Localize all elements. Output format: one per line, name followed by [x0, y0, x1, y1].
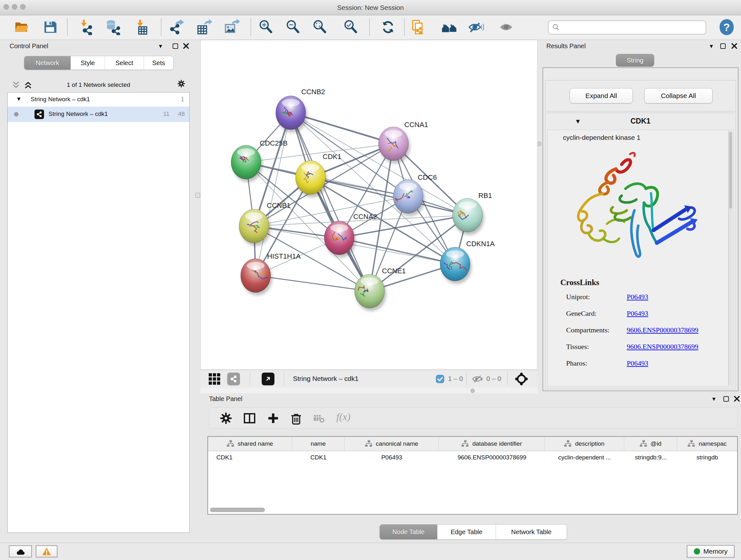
- tab-node-table[interactable]: Node Table: [380, 524, 437, 539]
- tab-network[interactable]: Network: [24, 56, 71, 70]
- panel-float-button[interactable]: ▾: [710, 395, 718, 403]
- warnings-button[interactable]: [36, 545, 57, 557]
- tab-edge-table[interactable]: Edge Table: [437, 524, 495, 539]
- zoom-fit-button[interactable]: [311, 18, 329, 37]
- tab-string[interactable]: String: [616, 54, 654, 67]
- column-header[interactable]: name: [292, 437, 345, 451]
- panel-maximize-button[interactable]: [722, 395, 730, 403]
- network-node-CDC6[interactable]: [393, 179, 425, 216]
- column-header[interactable]: namespac: [677, 437, 737, 451]
- crosslink-link[interactable]: P06493: [627, 293, 648, 301]
- network-node-label: RB1: [478, 192, 492, 199]
- export-image-button[interactable]: [223, 18, 241, 37]
- network-node-CCNA2[interactable]: [324, 221, 356, 258]
- network-node-CCNE1[interactable]: [354, 274, 386, 311]
- close-icon: [734, 396, 740, 401]
- network-node-CDKN1A[interactable]: [440, 247, 472, 284]
- network-edge[interactable]: [291, 113, 369, 291]
- panel-maximize-button[interactable]: [171, 42, 179, 50]
- import-network-file-button[interactable]: [77, 18, 95, 37]
- table-horizontal-scrollbar[interactable]: [210, 508, 265, 512]
- column-header[interactable]: description: [545, 437, 624, 451]
- crosslink-link[interactable]: 9606.ENSP00000378699: [627, 343, 698, 351]
- maximize-icon: [724, 396, 729, 401]
- import-table-button[interactable]: [132, 18, 150, 37]
- tab-style[interactable]: Style: [71, 56, 105, 70]
- network-node-RB1[interactable]: [453, 198, 484, 235]
- crosslink-link[interactable]: P06493: [627, 309, 648, 318]
- zoom-selected-button[interactable]: [341, 18, 360, 37]
- collapse-all-button[interactable]: Collapse All: [644, 88, 713, 104]
- network-collection-row[interactable]: ▼ String Network – cdk1 1: [8, 92, 189, 107]
- help-button[interactable]: ?: [718, 18, 736, 37]
- tab-select[interactable]: Select: [105, 56, 144, 70]
- results-scrollbar-thumb[interactable]: [729, 132, 732, 208]
- export-table-button[interactable]: [195, 18, 213, 37]
- splitter-handle-dot[interactable]: [470, 388, 475, 393]
- search-input[interactable]: [548, 20, 706, 35]
- open-session-button[interactable]: [12, 18, 31, 37]
- panel-float-button[interactable]: ▾: [156, 42, 165, 50]
- panel-close-button[interactable]: [733, 395, 741, 403]
- network-edge[interactable]: [256, 275, 369, 291]
- memory-label: Memory: [703, 548, 728, 555]
- network-canvas[interactable]: CCNB2CCNA1CDC25BCDK1CDC6RB1CCNB1CCNA2CDK…: [200, 40, 537, 370]
- network-node-CCNB1[interactable]: [239, 209, 271, 246]
- network-row-selected[interactable]: String Network – cdk1 11 48: [8, 107, 189, 122]
- column-header[interactable]: canonical name: [345, 437, 439, 451]
- add-column-button[interactable]: [267, 412, 280, 425]
- selected-checkbox[interactable]: [436, 375, 444, 383]
- network-share-toggle-button[interactable]: [227, 373, 240, 385]
- zoom-out-button[interactable]: [284, 18, 302, 37]
- table-row[interactable]: CDK1 CDK1 P06493 9606.ENSP00000378699 cy…: [208, 451, 737, 464]
- show-all-button[interactable]: [497, 18, 516, 37]
- birds-eye-view-button[interactable]: [209, 373, 220, 385]
- network-edge[interactable]: [339, 238, 455, 264]
- hide-selected-button[interactable]: [467, 18, 485, 37]
- network-node-CDC25B[interactable]: [231, 145, 263, 182]
- panel-float-button[interactable]: ▾: [707, 42, 716, 50]
- delete-table-button[interactable]: [313, 413, 325, 423]
- export-network-button[interactable]: [167, 18, 186, 37]
- save-session-button[interactable]: [41, 18, 59, 37]
- tree-expand-icon[interactable]: ▼: [16, 96, 22, 102]
- column-header[interactable]: database identifier: [439, 437, 545, 451]
- function-builder-button[interactable]: f(x): [336, 411, 350, 423]
- crosslink-link[interactable]: 9606.ENSP00000378699: [627, 326, 698, 334]
- duplicate-network-button[interactable]: [409, 18, 428, 37]
- results-scrollbar[interactable]: [728, 131, 733, 385]
- panel-close-button[interactable]: [730, 42, 738, 50]
- panel-close-button[interactable]: [182, 42, 190, 50]
- center-network-button[interactable]: [515, 373, 528, 385]
- toolbar-separator: [67, 18, 68, 36]
- memory-button[interactable]: Memory: [687, 545, 735, 558]
- zoom-in-icon: [258, 19, 274, 35]
- show-columns-button[interactable]: [243, 412, 256, 425]
- import-network-database-button[interactable]: [104, 18, 122, 37]
- zoom-in-button[interactable]: [257, 18, 275, 37]
- network-node-label: CDK1: [323, 152, 341, 161]
- horizontal-splitter[interactable]: [200, 388, 537, 393]
- column-header[interactable]: @id: [624, 437, 677, 451]
- column-header[interactable]: shared name: [208, 437, 292, 451]
- network-node-label: CCNB2: [301, 88, 325, 96]
- tab-sets[interactable]: Sets: [144, 56, 173, 70]
- first-neighbors-button[interactable]: [440, 18, 459, 37]
- apply-layout-button[interactable]: [379, 18, 397, 37]
- network-node-CCNB2[interactable]: [276, 96, 307, 132]
- network-node-HIST1H1A[interactable]: [241, 259, 272, 295]
- panel-maximize-button[interactable]: [719, 42, 727, 50]
- crosslink-link[interactable]: P06493: [627, 359, 648, 368]
- delete-column-button[interactable]: [290, 412, 302, 425]
- search-field[interactable]: [562, 23, 702, 32]
- cloud-status-button[interactable]: [9, 545, 32, 557]
- tab-network-table[interactable]: Network Table: [495, 524, 567, 539]
- network-node-CCNA1[interactable]: [379, 127, 410, 164]
- expand-all-button[interactable]: Expand All: [569, 88, 633, 104]
- table-options-button[interactable]: [219, 412, 232, 425]
- close-icon: [183, 43, 189, 49]
- left-splitter-handle[interactable]: [195, 193, 200, 198]
- open-in-window-button[interactable]: [262, 373, 274, 385]
- network-node-CDK1[interactable]: [295, 161, 327, 197]
- network-options-button[interactable]: [177, 79, 185, 88]
